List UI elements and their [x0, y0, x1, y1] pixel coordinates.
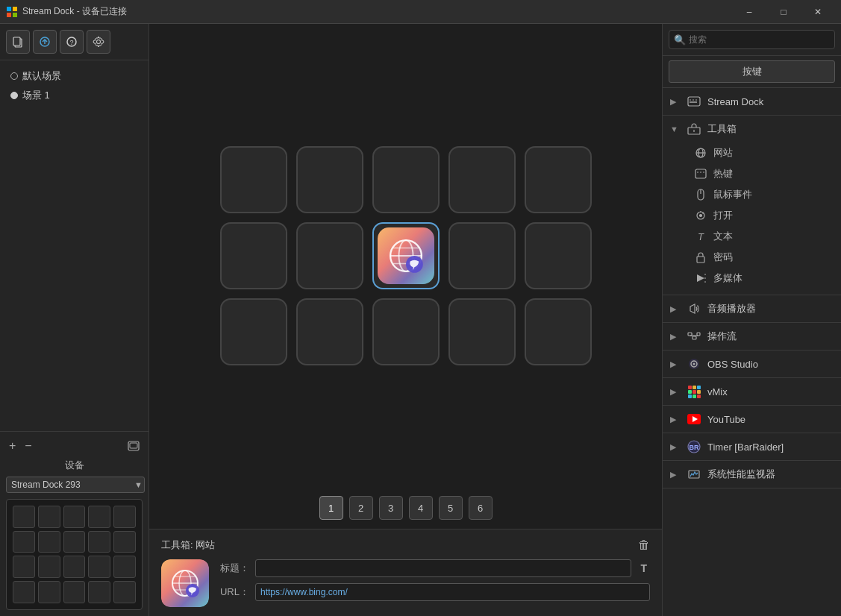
section-header-sysmon[interactable]: ▶ 系统性能监视器: [663, 461, 841, 488]
sub-item-text[interactable]: T 文本: [690, 226, 834, 247]
preview-cell: [13, 581, 35, 603]
title-field-row: 标题： T: [219, 559, 650, 577]
device-preview: [6, 499, 143, 610]
sub-item-hotkey[interactable]: 热键: [690, 163, 834, 184]
grid-cell-11[interactable]: [296, 298, 363, 365]
device-config-button[interactable]: [125, 439, 143, 453]
preview-cell: [113, 506, 136, 528]
preview-cell: [88, 506, 110, 528]
password-label: 密码: [713, 251, 733, 264]
copy-button[interactable]: [6, 30, 30, 54]
section-header-audio[interactable]: ▶ 音频播放器: [663, 295, 841, 322]
sub-item-password[interactable]: 密码: [690, 247, 834, 268]
page-btn-6[interactable]: 6: [469, 496, 493, 520]
section-header-obs[interactable]: ▶ OBS Studio: [663, 351, 841, 377]
sysmon-label: 系统性能监视器: [707, 468, 834, 481]
expand-arrow-audio: ▶: [670, 304, 681, 314]
device-select[interactable]: Stream Dock 293: [6, 477, 145, 493]
url-input[interactable]: [255, 583, 650, 601]
expand-arrow-toolbox: ▼: [670, 125, 681, 133]
grid-cell-14[interactable]: [525, 298, 592, 365]
svg-rect-45: [697, 257, 704, 263]
svg-rect-53: [697, 333, 700, 336]
grid-cell-7[interactable]: [372, 222, 440, 289]
search-input[interactable]: [669, 30, 835, 49]
grid-cell-4[interactable]: [525, 146, 592, 213]
barraider-icon: BR: [687, 439, 701, 454]
section-header-toolbox[interactable]: ▼ 工具箱: [663, 116, 841, 142]
hotkey-icon: [694, 167, 707, 180]
preview-cell: [88, 581, 110, 603]
help-button[interactable]: ?: [60, 30, 84, 54]
expand-arrow: ▶: [670, 97, 681, 107]
mouse-icon: [694, 188, 707, 201]
title-input[interactable]: [255, 559, 631, 577]
grid-cell-9[interactable]: [525, 222, 592, 289]
maximize-button[interactable]: □: [766, 0, 801, 24]
grid-cell-12[interactable]: [372, 298, 440, 365]
device-controls: + −: [6, 438, 143, 454]
toolbox-label: 工具箱: [707, 122, 834, 136]
upload-button[interactable]: [33, 30, 57, 54]
section-vmix: ▶ vMix: [663, 378, 841, 406]
preview-cell: [63, 506, 86, 528]
preview-cell: [13, 556, 35, 578]
grid-cell-2[interactable]: [372, 146, 440, 213]
scene-item-default[interactable]: 默认场景: [6, 66, 143, 86]
keys-tab[interactable]: 按键: [669, 60, 835, 83]
text-icon: T: [694, 230, 707, 243]
section-toolbox: ▼ 工具箱: [663, 116, 841, 295]
scene-dot: [10, 72, 18, 80]
grid-cell-3[interactable]: [448, 146, 516, 213]
grid-cell-0[interactable]: [220, 146, 287, 213]
open-label: 打开: [713, 209, 733, 222]
delete-button[interactable]: 🗑: [638, 538, 650, 552]
sub-item-mouse[interactable]: 鼠标事件: [690, 184, 834, 205]
grid-cell-13[interactable]: [448, 298, 516, 365]
section-header-vmix[interactable]: ▶ vMix: [663, 378, 841, 405]
sub-item-open[interactable]: 打开: [690, 205, 834, 226]
page-btn-4[interactable]: 4: [409, 496, 433, 520]
pagination: 1 2 3 4 5 6: [149, 487, 662, 529]
sub-item-website[interactable]: 网站: [690, 142, 834, 163]
right-tab: 按键: [663, 56, 841, 88]
svg-rect-0: [7, 7, 11, 11]
keyboard-icon: [687, 94, 701, 109]
minimize-button[interactable]: –: [732, 0, 766, 24]
close-button[interactable]: ✕: [801, 0, 835, 24]
url-label: URL：: [219, 585, 249, 599]
obs-icon: [687, 356, 701, 371]
barraider-label: Timer [BarRaider]: [707, 441, 834, 453]
section-header-stream-dock[interactable]: ▶ Stream Dock: [663, 88, 841, 115]
page-btn-3[interactable]: 3: [379, 496, 403, 520]
section-header-barraider[interactable]: ▶ BR Timer [BarRaider]: [663, 433, 841, 460]
grid-cell-1[interactable]: [296, 146, 363, 213]
t-button[interactable]: T: [637, 562, 650, 574]
remove-device-button[interactable]: −: [22, 438, 34, 454]
page-btn-5[interactable]: 5: [439, 496, 463, 520]
svg-rect-52: [693, 336, 696, 339]
youtube-icon: [687, 412, 701, 427]
svg-marker-50: [690, 304, 695, 313]
grid-cell-6[interactable]: [296, 222, 363, 289]
section-header-ops[interactable]: ▶ 操作流: [663, 323, 841, 350]
expand-arrow-vmix: ▶: [670, 387, 681, 397]
svg-rect-10: [130, 443, 137, 448]
scene-item-1[interactable]: 场景 1: [6, 86, 143, 105]
section-ops: ▶ 操作流: [663, 323, 841, 351]
add-device-button[interactable]: +: [6, 438, 19, 454]
page-btn-2[interactable]: 2: [349, 496, 373, 520]
grid-cell-5[interactable]: [220, 222, 287, 289]
section-youtube: ▶ YouTube: [663, 406, 841, 433]
scene-label-1: 场景 1: [22, 89, 50, 102]
page-btn-1[interactable]: 1: [319, 496, 343, 520]
sub-item-media[interactable]: 多媒体: [690, 268, 834, 289]
grid-cell-8[interactable]: [448, 222, 516, 289]
media-icon: [694, 271, 707, 285]
settings-button[interactable]: [87, 30, 110, 54]
grid-cell-10[interactable]: [220, 298, 287, 365]
section-header-youtube[interactable]: ▶ YouTube: [663, 406, 841, 433]
audio-icon: [687, 301, 701, 316]
preview-cell: [38, 506, 60, 528]
globe-icon: [694, 146, 707, 160]
